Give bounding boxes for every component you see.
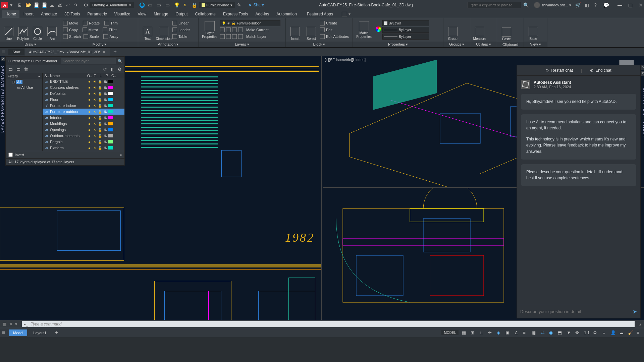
sun-icon[interactable]: ☀ xyxy=(183,2,188,8)
layer-row[interactable]: ▱BRDTITLE●☀🔓🖶 xyxy=(43,78,124,84)
rotate-button[interactable]: Rotate xyxy=(89,21,100,25)
notify-icon[interactable]: 💬 xyxy=(603,2,609,8)
undo-icon[interactable]: ↶ xyxy=(66,2,71,8)
dynamic-ucs-icon[interactable]: ⬒ xyxy=(558,330,563,336)
delete-layer-icon[interactable]: 🗑 xyxy=(24,67,28,72)
arc-button[interactable]: Arc xyxy=(46,19,59,41)
minimize-icon[interactable]: — xyxy=(618,2,622,8)
layer-row[interactable]: ▱Floor●☀🔓🖶 xyxy=(43,97,124,103)
send-icon[interactable]: ➤ xyxy=(633,308,637,315)
layer-search-input[interactable] xyxy=(61,58,116,64)
search-icon[interactable]: 🔍 xyxy=(118,59,122,63)
layout-menu-icon[interactable]: ≡ xyxy=(2,330,5,336)
restart-chat-button[interactable]: ⟳Restart chat xyxy=(546,68,573,73)
ribbon-layer-combo[interactable]: 💡☀🔒Furniture-indoor xyxy=(220,20,280,26)
cycling-icon[interactable]: ⮂ xyxy=(540,330,546,336)
tab-drawing[interactable]: AutoCAD-FY25_Fire-...-Book-Cafe_01_3D*✕ xyxy=(25,48,110,56)
snap-icon[interactable]: ⊞ xyxy=(471,330,476,336)
drawing-area[interactable]: 1982 [+][SE Isometric][Hidden] WCS xyxy=(0,56,644,320)
linear-button[interactable]: Linear xyxy=(178,21,189,25)
text-button[interactable]: AText xyxy=(140,19,155,41)
tab-insert[interactable]: Insert xyxy=(20,10,37,18)
tab-automation[interactable]: Automation xyxy=(273,10,300,18)
leader-button[interactable]: Leader xyxy=(178,28,190,32)
toggle-icon[interactable]: ◧ xyxy=(110,67,114,72)
close-icon[interactable]: ✕ xyxy=(102,50,106,54)
array-button[interactable]: Array xyxy=(109,35,118,39)
globe-icon[interactable]: 🌐 xyxy=(139,2,145,8)
filter-all-used[interactable]: ▭ All Use xyxy=(6,85,42,90)
tab-start[interactable]: Start xyxy=(8,49,24,55)
cart-icon[interactable]: 🛒 xyxy=(575,2,581,8)
help-icon[interactable]: ? xyxy=(594,2,599,8)
3dosnap-icon[interactable]: ◉ xyxy=(549,330,554,336)
dimension-button[interactable]: Dimension xyxy=(156,19,171,41)
saveas-icon[interactable]: 💾 xyxy=(42,2,47,8)
file-tabs-menu-icon[interactable]: ≡ xyxy=(2,49,5,55)
layer-row[interactable]: ▱Furniture-outdoor●☀🔓🖶 xyxy=(43,109,124,115)
table-button[interactable]: Table xyxy=(178,35,187,39)
user-menu[interactable]: shiyamdev.srit...▾ xyxy=(534,2,571,8)
web-icon[interactable]: ☁ xyxy=(50,2,55,8)
base-button[interactable]: Base xyxy=(526,19,541,41)
fillet-button[interactable]: Fillet xyxy=(109,28,116,32)
make-current-button[interactable]: Make Current xyxy=(246,28,269,32)
customize-icon[interactable]: ≡ xyxy=(637,330,642,336)
lineweight-toggle-icon[interactable]: ≡ xyxy=(523,330,528,336)
model-indicator[interactable]: MODEL xyxy=(441,330,459,335)
cleanup-icon[interactable]: 🧹 xyxy=(628,330,633,336)
invert-filter-checkbox[interactable] xyxy=(8,153,13,157)
settings-icon[interactable]: ⚙ xyxy=(118,67,122,72)
cloud-icon[interactable]: ☁ xyxy=(619,330,625,336)
measure-button[interactable]: Measure xyxy=(472,19,487,41)
mirror-button[interactable]: Mirror xyxy=(89,28,98,32)
add-layout-icon[interactable]: ＋ xyxy=(54,329,59,336)
tab-3dtools[interactable]: 3D Tools xyxy=(61,10,83,18)
new-icon[interactable]: 🗎 xyxy=(17,2,23,8)
command-input[interactable]: ▸_ Type a command xyxy=(22,321,635,327)
block-edit-button[interactable]: Edit xyxy=(326,28,332,32)
new-layer2-icon[interactable]: 🗀 xyxy=(16,67,20,72)
cmd-expand-icon[interactable]: ▴ xyxy=(637,322,644,326)
panel-modify-title[interactable]: Modify ▾ xyxy=(61,42,138,47)
sheet3-icon[interactable]: ▭ xyxy=(165,2,171,8)
new-layer-icon[interactable]: 🗀 xyxy=(8,67,13,72)
polar-icon[interactable]: ✛ xyxy=(488,330,493,336)
panel-draw-title[interactable]: Draw ▾ xyxy=(0,42,61,47)
selection-filter-icon[interactable]: ▼ xyxy=(567,330,572,336)
cmd-close-icon[interactable]: ✕ xyxy=(9,322,12,326)
circle-button[interactable]: Circle xyxy=(31,19,44,41)
tab-output[interactable]: Output xyxy=(172,10,191,18)
workspace-switcher[interactable]: ⚙ Drafting & Annotation▾ xyxy=(84,2,134,8)
refresh-icon[interactable]: ⟳ xyxy=(103,67,107,72)
copy-button[interactable]: Copy xyxy=(69,28,78,32)
linetype-combo[interactable]: ByLayer xyxy=(382,34,429,40)
gear2-icon[interactable]: ⚙ xyxy=(593,330,598,336)
collapse2-icon[interactable]: « xyxy=(120,153,122,157)
layer-row[interactable]: ▱Platform●☀🔓🖶 xyxy=(43,145,124,151)
tab-model[interactable]: Model xyxy=(9,329,27,336)
tab-manage[interactable]: Manage xyxy=(150,10,171,18)
close-window-icon[interactable]: ✕ xyxy=(639,2,643,8)
color-wheel-icon[interactable] xyxy=(376,26,381,32)
sheet2-icon[interactable]: ▭ xyxy=(157,2,162,8)
chat-close-icon[interactable]: ✕ xyxy=(641,65,644,70)
otrack-icon[interactable]: ∠ xyxy=(514,330,520,336)
tab-view[interactable]: View xyxy=(134,10,150,18)
tab-visualize[interactable]: Visualize xyxy=(111,10,134,18)
chat-input[interactable] xyxy=(520,309,629,314)
block-insert-button[interactable]: Insert xyxy=(288,19,303,41)
collapse-icon[interactable]: « xyxy=(38,74,40,78)
titlebar-layer-combo[interactable]: Furniture-indo▾ xyxy=(199,2,235,8)
redo-icon[interactable]: ↷ xyxy=(74,2,79,8)
app-icon2[interactable]: ◧ xyxy=(585,2,590,8)
match-properties-button[interactable]: Match Properties xyxy=(355,21,373,39)
viewport-label[interactable]: [+][SE Isometric][Hidden] xyxy=(325,58,366,62)
block-select-button[interactable]: Select xyxy=(304,19,319,41)
move-button[interactable]: Move xyxy=(69,21,78,25)
tab-home[interactable]: Home xyxy=(2,10,19,18)
end-chat-button[interactable]: ⊘End chat xyxy=(590,68,611,73)
sheet-icon[interactable]: ▭ xyxy=(148,2,153,8)
panel-layers-title[interactable]: Layers ▾ xyxy=(199,42,285,47)
lock-icon[interactable]: 🔒 xyxy=(192,2,197,8)
